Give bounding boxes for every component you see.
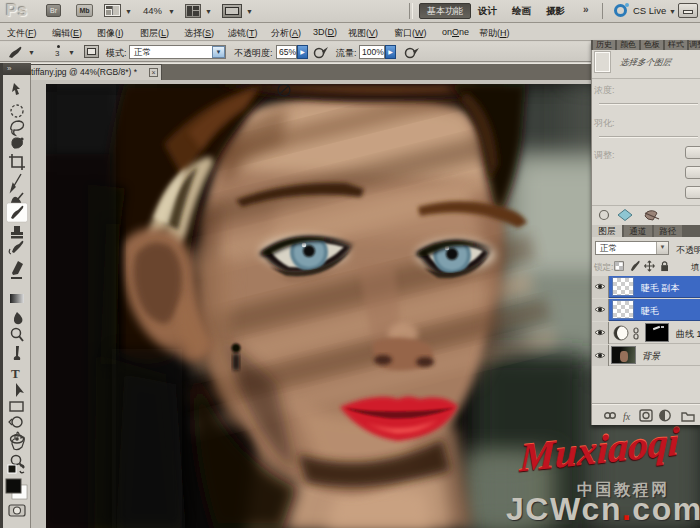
svg-text:T: T <box>11 366 20 381</box>
svg-text:fx: fx <box>623 411 631 422</box>
